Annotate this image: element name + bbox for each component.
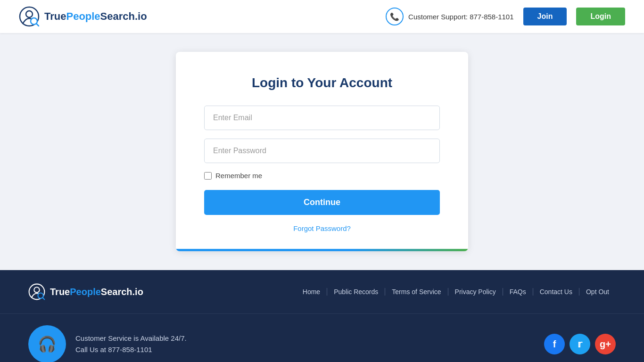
remember-label: Remember me	[215, 172, 262, 180]
forgot-password-link[interactable]: Forgot Password?	[204, 224, 440, 232]
support-text: Customer Support: 877-858-1101	[408, 13, 513, 21]
logo[interactable]: TruePeopleSearch.io	[19, 6, 147, 27]
svg-point-5	[34, 287, 39, 292]
remember-checkbox[interactable]	[204, 172, 212, 180]
main-content: Login to Your Account Remember me Contin…	[0, 33, 644, 270]
footer-support-text: Customer Service is Available 24/7. Call…	[75, 333, 187, 355]
phone-icon: 📞	[386, 8, 404, 25]
email-group	[204, 106, 440, 130]
footer-bottom: 🎧 Customer Service is Available 24/7. Ca…	[0, 314, 644, 362]
footer-nav-optout[interactable]: Opt Out	[579, 288, 616, 296]
footer-nav-home[interactable]: Home	[296, 288, 327, 296]
footer-nav-terms[interactable]: Terms of Service	[385, 288, 448, 296]
svg-line-7	[42, 297, 44, 299]
header: TruePeopleSearch.io 📞 Customer Support: …	[0, 0, 644, 33]
logo-icon	[19, 6, 40, 27]
password-input[interactable]	[204, 139, 440, 163]
footer-nav-faqs[interactable]: FAQs	[503, 288, 533, 296]
logo-people: People	[66, 10, 100, 22]
remember-row: Remember me	[204, 172, 440, 180]
support-icon: 🎧	[28, 325, 66, 362]
join-button[interactable]: Join	[523, 8, 567, 25]
svg-line-3	[36, 24, 39, 26]
footer-nav-public-records[interactable]: Public Records	[327, 288, 385, 296]
footer-nav-privacy[interactable]: Privacy Policy	[448, 288, 503, 296]
svg-point-1	[26, 11, 33, 17]
footer-nav-contact[interactable]: Contact Us	[533, 288, 579, 296]
support-line2: Call Us at 877-858-1101	[75, 344, 187, 355]
password-group	[204, 139, 440, 163]
footer-logo-true: True	[50, 287, 70, 297]
social-icons: f 𝕣 g+	[544, 334, 616, 354]
footer-logo-search: Search.io	[101, 287, 143, 297]
login-button[interactable]: Login	[576, 8, 625, 25]
footer-nav: Home Public Records Terms of Service Pri…	[296, 288, 616, 296]
continue-button[interactable]: Continue	[204, 190, 440, 215]
google-button[interactable]: g+	[595, 334, 616, 354]
email-input[interactable]	[204, 106, 440, 130]
footer-support: 🎧 Customer Service is Available 24/7. Ca…	[28, 325, 187, 362]
logo-true: True	[44, 10, 66, 22]
footer-logo[interactable]: TruePeopleSearch.io	[28, 283, 143, 300]
support-line1: Customer Service is Available 24/7.	[75, 333, 187, 344]
footer-logo-icon	[28, 283, 45, 300]
footer-logo-people: People	[70, 287, 101, 297]
facebook-button[interactable]: f	[544, 334, 565, 354]
login-card: Login to Your Account Remember me Contin…	[176, 52, 468, 251]
support-area: 📞 Customer Support: 877-858-1101	[386, 8, 513, 25]
twitter-button[interactable]: 𝕣	[570, 334, 590, 354]
login-title: Login to Your Account	[204, 75, 440, 90]
header-right: 📞 Customer Support: 877-858-1101 Join Lo…	[386, 8, 625, 25]
logo-search: Search.io	[100, 10, 147, 22]
footer-top: TruePeopleSearch.io Home Public Records …	[0, 270, 644, 314]
footer: TruePeopleSearch.io Home Public Records …	[0, 270, 644, 362]
